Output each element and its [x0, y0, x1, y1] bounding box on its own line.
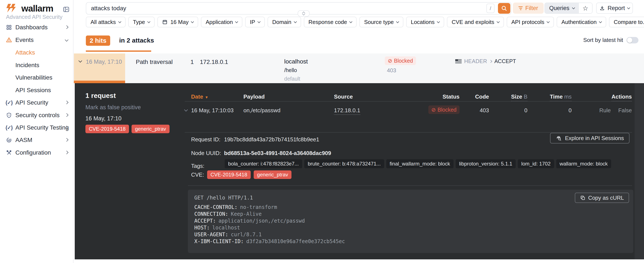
attack-row[interactable]: 16 May, 17:10 Path traversal 1 172.18.0.…	[74, 54, 644, 83]
filter-chip-response-code[interactable]: Response code	[304, 17, 357, 27]
tags-row: bola_counter: i:478:f82823e7... brute_co…	[225, 159, 611, 168]
request-size: 0	[489, 107, 528, 114]
cve-tag[interactable]: CVE-2019-5418	[86, 125, 129, 133]
column-header-size[interactable]: Size B	[489, 93, 528, 100]
sidebar-item-dashboards[interactable]: Dashboards	[0, 22, 74, 33]
rule-action-link[interactable]: Rule	[599, 107, 611, 114]
panel-scrollbar-track[interactable]	[634, 83, 644, 259]
request-payload: on,/etc/passwd	[244, 107, 280, 114]
sidebar-item-events[interactable]: Events	[0, 35, 74, 45]
queries-button[interactable]: Queries	[545, 3, 579, 13]
tag-pill[interactable]: bola_counter: i:478:f82823e7...	[225, 159, 302, 168]
filter-chip-ip[interactable]: IP	[245, 17, 265, 27]
search-input[interactable]	[86, 5, 486, 12]
section-separator	[188, 185, 632, 186]
blocked-icon: ⊘	[431, 107, 436, 113]
logo-text: wallarm	[21, 4, 53, 14]
filter-chip-all-attacks[interactable]: All attacks	[86, 17, 126, 27]
collapse-searchbar-handle[interactable]	[298, 10, 310, 17]
star-icon: ☆	[582, 5, 588, 12]
chevron-right-icon	[65, 126, 68, 129]
sidebar-item-attacks[interactable]: Attacks	[0, 48, 74, 58]
chevron-down-icon	[65, 38, 68, 42]
chevron-right-icon	[65, 113, 68, 117]
attack-hit-count: 1	[190, 59, 194, 65]
mark-false-positive-link[interactable]: Mark as false positive	[86, 104, 141, 111]
attacks-count-text: in 2 attacks	[119, 37, 154, 44]
tag-pill[interactable]: lom_id: 1702	[518, 159, 554, 168]
chevron-right-icon	[65, 151, 68, 154]
chevron-down-icon	[396, 20, 399, 23]
http-header-line: ACCEPT:application/json,/etc/passwd	[194, 217, 345, 224]
tag-pill[interactable]: libproton_version: 5.1.1	[456, 159, 516, 168]
tag-pill[interactable]: wallarm_mode: block	[556, 159, 611, 168]
chevron-right-icon	[65, 138, 68, 142]
tag-pill[interactable]: brute_counter: b:478:a732471...	[304, 159, 384, 168]
chevron-down-icon	[547, 20, 550, 23]
cve-label: CVE:	[191, 171, 204, 178]
false-action-link[interactable]: False	[618, 107, 632, 114]
shield-icon	[6, 112, 12, 118]
tag-pill[interactable]: final_wallarm_mode: block	[386, 159, 454, 168]
request-id-value: 19b7bc8ddfa43a72b7b74151fc8b9ee1	[224, 136, 319, 143]
chevron-down-icon	[627, 6, 630, 9]
filter-button[interactable]: Filter	[513, 3, 544, 14]
filter-chip-locations[interactable]: Locations	[406, 17, 444, 27]
explore-api-sessions-button[interactable]: Explore in API Sessions	[550, 133, 630, 143]
request-date: 16 May, 17:10:03	[191, 107, 234, 114]
filter-chip-date[interactable]: 16 May	[157, 17, 198, 27]
chevron-down-icon	[147, 20, 150, 23]
request-status-cell: ⊘ Blocked	[404, 105, 460, 114]
filter-chip-type[interactable]: Type	[128, 17, 154, 27]
node-uuid-line: Node UUID:bd68513a-5e03-4991-8024-a36408…	[191, 150, 331, 156]
filter-chip-application[interactable]: Application	[201, 17, 242, 27]
sidebar-item-api-sessions[interactable]: API Sessions	[0, 85, 74, 95]
tags-label: Tags:	[191, 163, 204, 169]
filter-chip-row: All attacks Type 16 May Application IP D…	[86, 17, 644, 27]
tools-icon	[6, 150, 12, 156]
column-header-time[interactable]: Time ms	[528, 93, 572, 100]
column-header-date[interactable]: Date▼	[191, 93, 208, 100]
product-subtitle: Advanced API Security	[6, 14, 62, 20]
filter-chip-source-type[interactable]: Source type	[359, 17, 403, 27]
sidebar-item-incidents[interactable]: Incidents	[0, 60, 74, 70]
copy-as-curl-button[interactable]: Copy as cURL	[575, 193, 629, 203]
column-header-actions[interactable]: Actions	[572, 93, 632, 100]
filter-chip-domain[interactable]: Domain	[268, 17, 301, 27]
attack-tag[interactable]: generic_ptrav	[132, 125, 169, 133]
sidebar-item-security-controls[interactable]: Security controls	[0, 110, 74, 120]
search-button[interactable]	[498, 3, 510, 14]
report-button[interactable]: Report	[596, 3, 633, 14]
sidebar-collapse-icon[interactable]	[63, 6, 70, 13]
favorite-star-button[interactable]: ☆	[579, 3, 592, 13]
attack-tag[interactable]: generic_ptrav	[254, 170, 292, 179]
braces-check-icon: {✓}	[6, 125, 12, 131]
cve-tag[interactable]: CVE-2019-5418	[207, 170, 251, 179]
sort-toggle[interactable]	[626, 37, 638, 43]
request-time: 0	[528, 107, 572, 114]
sort-label: Sort by latest hit	[583, 37, 623, 43]
chevron-down-icon[interactable]	[184, 108, 188, 112]
search-icon	[501, 5, 507, 12]
cve-row: CVE: CVE-2019-5418 generic_ptrav	[191, 170, 292, 179]
sidebar-item-api-security-testing[interactable]: {✓} API Security Testing	[0, 123, 74, 133]
chevron-down-icon	[437, 20, 440, 23]
sidebar-item-configuration[interactable]: Configuration	[0, 148, 74, 158]
request-id-line: Request ID: 19b7bc8ddfa43a72b7b74151fc8b…	[191, 136, 319, 143]
sidebar-item-aasm[interactable]: AASM	[0, 135, 74, 145]
chevron-right-icon	[65, 101, 68, 104]
sidebar-item-api-security[interactable]: {✓} API Security	[0, 98, 74, 108]
attack-type: Path traversal	[136, 59, 173, 65]
request-count-title: 1 request	[86, 92, 116, 100]
radar-icon	[6, 137, 12, 143]
request-line: GET /hello HTTP/1.1	[194, 195, 253, 201]
sort-desc-icon: ▼	[205, 95, 208, 99]
logo[interactable]: wallarm	[6, 4, 53, 14]
attack-date-cell[interactable]: 16 May, 17:10	[74, 54, 125, 83]
filter-chip-api-protocols[interactable]: API protocols	[507, 17, 554, 27]
filter-chip-cve[interactable]: CVE and exploits	[447, 17, 504, 27]
filter-chip-authentication[interactable]: Authentication	[557, 17, 606, 27]
filter-chip-compare-to[interactable]: Compare to...	[609, 17, 644, 27]
request-source[interactable]: 172.18.0.1	[334, 107, 360, 114]
sidebar-item-vulnerabilities[interactable]: Vulnerabilities	[0, 73, 74, 83]
